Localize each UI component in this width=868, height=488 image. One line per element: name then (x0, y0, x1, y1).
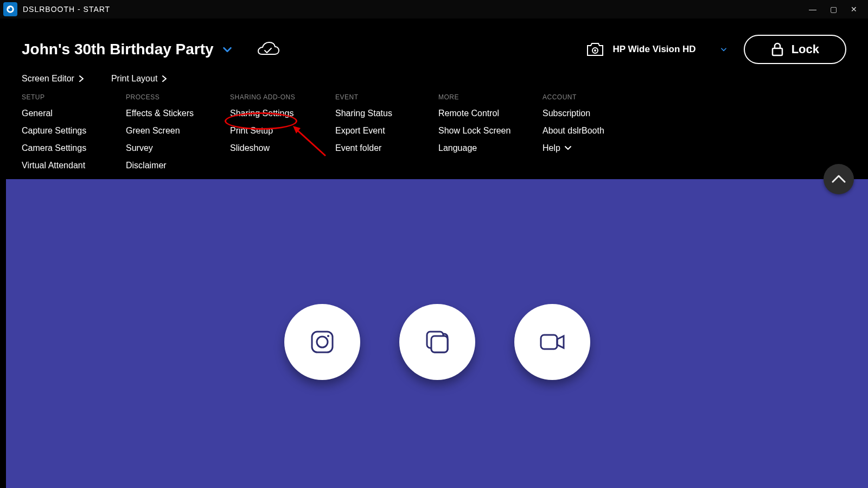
menu-item-event-folder[interactable]: Event folder (335, 143, 438, 153)
menu-col-sharing: SHARING ADD-ONS Sharing Settings Print S… (230, 93, 335, 178)
print-layout-label: Print Layout (111, 74, 157, 84)
svg-rect-13 (431, 336, 448, 352)
camera-label: HP Wide Vision HD (612, 44, 695, 55)
menu-item-sharing-settings[interactable]: Sharing Settings (230, 109, 335, 118)
menu-item-export-event[interactable]: Export Event (335, 126, 438, 136)
menu-item-language[interactable]: Language (438, 143, 542, 153)
menu-heading: MORE (438, 93, 542, 101)
menu-item-sharing-status[interactable]: Sharing Status (335, 109, 438, 118)
stack-icon (423, 327, 452, 357)
menu-col-event: EVENT Sharing Status Export Event Event … (335, 93, 438, 178)
lock-button[interactable]: Lock (744, 35, 846, 64)
menu-item-label: Help (542, 143, 560, 153)
event-name-label: John's 30th Birthday Party (22, 41, 214, 58)
lock-label: Lock (792, 42, 819, 56)
menu-heading: ACCOUNT (542, 93, 651, 101)
chevron-up-icon (832, 174, 846, 184)
camera-icon (308, 327, 337, 357)
menu-heading: PROCESS (126, 93, 230, 101)
main-stage (6, 179, 868, 488)
menu-item-survey[interactable]: Survey (126, 143, 230, 153)
menu-col-more: MORE Remote Control Show Lock Screen Lan… (438, 93, 542, 178)
close-button[interactable]: ✕ (847, 5, 860, 14)
screen-editor-label: Screen Editor (22, 74, 74, 84)
window-title: DSLRBOOTH - START (23, 5, 110, 14)
menu-item-camera-settings[interactable]: Camera Settings (22, 143, 126, 153)
menu-item-subscription[interactable]: Subscription (542, 109, 651, 118)
chevron-right-icon (162, 75, 167, 82)
menu-col-account: ACCOUNT Subscription About dslrBooth Hel… (542, 93, 651, 178)
app-logo-icon (3, 2, 17, 16)
capture-actions (284, 304, 590, 380)
menu-item-disclaimer[interactable]: Disclaimer (126, 161, 230, 170)
svg-rect-5 (773, 48, 782, 55)
menu-item-about[interactable]: About dslrBooth (542, 126, 651, 136)
svg-point-10 (327, 335, 329, 337)
chevron-down-icon (720, 46, 727, 53)
window-controls: — ▢ ✕ (806, 5, 865, 14)
svg-point-2 (8, 7, 10, 9)
minimize-button[interactable]: — (806, 5, 819, 14)
chevron-down-icon (565, 145, 571, 151)
menu-item-virtual-attendant[interactable]: Virtual Attendant (22, 161, 126, 170)
svg-point-9 (317, 337, 328, 347)
chevron-down-icon (221, 43, 233, 55)
collapse-menu-button[interactable] (824, 164, 854, 194)
menu-item-remote-control[interactable]: Remote Control (438, 109, 542, 118)
menu-heading: EVENT (335, 93, 438, 101)
cloud-sync-icon[interactable] (255, 41, 280, 58)
header-menu: John's 30th Birthday Party HP Wide Visio… (0, 18, 868, 191)
svg-rect-14 (541, 335, 557, 349)
screen-editor-link[interactable]: Screen Editor (22, 74, 84, 84)
chevron-right-icon (79, 75, 84, 82)
capture-burst-button[interactable] (399, 304, 475, 380)
menu-col-setup: SETUP General Capture Settings Camera Se… (22, 93, 126, 178)
print-layout-link[interactable]: Print Layout (111, 74, 167, 84)
menu-heading: SETUP (22, 93, 126, 101)
menu-item-help[interactable]: Help (542, 143, 651, 153)
menu-item-green-screen[interactable]: Green Screen (126, 126, 230, 136)
menu-col-process: PROCESS Effects & Stickers Green Screen … (126, 93, 230, 178)
menu-item-general[interactable]: General (22, 109, 126, 118)
svg-rect-8 (312, 332, 333, 352)
event-name-dropdown[interactable]: John's 30th Birthday Party (22, 41, 233, 58)
camera-settings-icon (585, 41, 605, 58)
menu-item-print-setup[interactable]: Print Setup (230, 126, 335, 136)
capture-photo-button[interactable] (284, 304, 360, 380)
maximize-button[interactable]: ▢ (827, 5, 840, 14)
video-icon (538, 327, 567, 357)
svg-point-4 (594, 49, 596, 52)
lock-icon (771, 42, 784, 56)
titlebar: DSLRBOOTH - START — ▢ ✕ (0, 0, 868, 18)
menu-columns: SETUP General Capture Settings Camera Se… (22, 93, 846, 178)
menu-item-effects-stickers[interactable]: Effects & Stickers (126, 109, 230, 118)
header-right-controls: HP Wide Vision HD Lock (585, 35, 846, 64)
header-sub-row: Screen Editor Print Layout (22, 74, 846, 84)
menu-item-slideshow[interactable]: Slideshow (230, 143, 335, 153)
menu-heading: SHARING ADD-ONS (230, 93, 335, 101)
app-window: DSLRBOOTH - START — ▢ ✕ John's 30th Birt… (0, 0, 868, 488)
capture-video-button[interactable] (514, 304, 590, 380)
header-top-row: John's 30th Birthday Party HP Wide Visio… (22, 35, 846, 64)
menu-item-capture-settings[interactable]: Capture Settings (22, 126, 126, 136)
menu-item-show-lock-screen[interactable]: Show Lock Screen (438, 126, 542, 136)
camera-selector[interactable]: HP Wide Vision HD (585, 41, 727, 58)
